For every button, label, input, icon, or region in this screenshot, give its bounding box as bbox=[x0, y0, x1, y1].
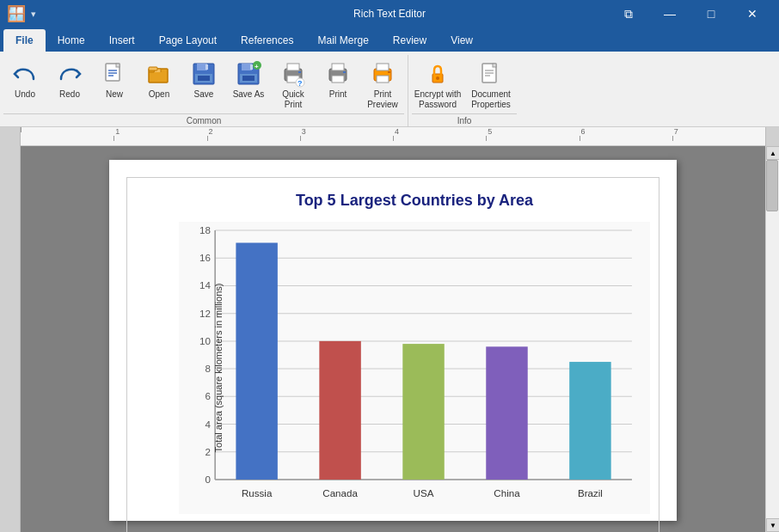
svg-text:16: 16 bbox=[199, 253, 211, 263]
quick-access: ▾ bbox=[31, 9, 36, 20]
maximize-button[interactable]: □ bbox=[691, 0, 731, 28]
svg-text:18: 18 bbox=[199, 225, 211, 235]
printpreview-label: Print Preview bbox=[363, 89, 402, 110]
svg-text:Russia: Russia bbox=[242, 488, 273, 498]
tab-view[interactable]: View bbox=[439, 29, 485, 52]
tab-references[interactable]: References bbox=[229, 29, 305, 52]
svg-rect-62 bbox=[236, 243, 277, 480]
svg-text:10: 10 bbox=[199, 336, 211, 346]
svg-rect-9 bbox=[205, 64, 208, 70]
svg-rect-66 bbox=[402, 344, 444, 480]
svg-rect-22 bbox=[298, 71, 301, 73]
svg-text:0: 0 bbox=[205, 474, 210, 485]
tab-mailmerge[interactable]: Mail Merge bbox=[305, 29, 380, 52]
title-bar: 🪟 ▾ Rich Text Editor ⧉ — □ ✕ bbox=[0, 0, 779, 28]
svg-rect-31 bbox=[377, 76, 389, 83]
scroll-down-button[interactable]: ▼ bbox=[766, 518, 779, 532]
new-label: New bbox=[106, 89, 123, 100]
restore-button[interactable]: ⧉ bbox=[609, 0, 648, 28]
svg-rect-68 bbox=[486, 346, 527, 480]
svg-text:?: ? bbox=[297, 79, 303, 88]
svg-rect-36 bbox=[493, 64, 496, 67]
svg-rect-6 bbox=[149, 67, 157, 70]
save-button[interactable]: Save bbox=[182, 58, 225, 110]
open-button[interactable]: Open bbox=[138, 58, 181, 110]
info-group-label: Info bbox=[412, 113, 517, 127]
redo-label: Redo bbox=[59, 89, 80, 100]
ribbon-tabs: File Home Insert Page Layout References … bbox=[0, 28, 779, 52]
svg-text:USA: USA bbox=[414, 488, 434, 498]
svg-point-34 bbox=[436, 76, 439, 80]
svg-text:14: 14 bbox=[199, 281, 211, 291]
y-axis-label: Total area (square kilometers in million… bbox=[213, 284, 224, 453]
scroll-track[interactable] bbox=[766, 160, 779, 518]
svg-text:8: 8 bbox=[205, 364, 210, 374]
svg-rect-20 bbox=[287, 64, 299, 70]
ruler-right bbox=[765, 127, 779, 146]
print-icon bbox=[324, 60, 352, 88]
saveas-button[interactable]: + Save As bbox=[227, 58, 270, 110]
new-button[interactable]: New bbox=[93, 58, 136, 110]
chart-title: Top 5 Largest Countries by Area bbox=[179, 192, 650, 210]
scroll-up-button[interactable]: ▲ bbox=[766, 146, 779, 160]
chart-area: Total area (square kilometers in million… bbox=[179, 222, 650, 514]
main-area: Top 5 Largest Countries by Area Total ar… bbox=[0, 146, 779, 532]
ribbon-group-info: Encrypt with Password Document Propertie… bbox=[408, 55, 520, 126]
tab-file[interactable]: File bbox=[3, 29, 46, 52]
chart-svg: 024681012141618RussiaCanadaUSAChinaBrazi… bbox=[179, 222, 650, 514]
print-button[interactable]: Print bbox=[316, 58, 359, 110]
content-area: Top 5 Largest Countries by Area Total ar… bbox=[21, 146, 765, 532]
redo-button[interactable]: Redo bbox=[48, 58, 91, 110]
docprops-icon bbox=[477, 60, 505, 88]
common-group-label: Common bbox=[3, 113, 404, 127]
svg-text:4: 4 bbox=[205, 419, 210, 430]
saveas-icon: + bbox=[235, 60, 262, 88]
side-ruler bbox=[0, 146, 21, 532]
svg-rect-11 bbox=[198, 76, 210, 81]
new-icon bbox=[101, 60, 128, 88]
svg-text:China: China bbox=[494, 488, 520, 498]
tab-review[interactable]: Review bbox=[381, 29, 439, 52]
quickprint-label: Quick Print bbox=[273, 89, 313, 110]
scrollbar-vertical[interactable]: ▲ ▼ bbox=[765, 146, 779, 532]
tab-pagelayout[interactable]: Page Layout bbox=[147, 29, 229, 52]
window-controls: ⧉ — □ ✕ bbox=[609, 0, 772, 28]
quickprint-button[interactable]: ? Quick Print bbox=[272, 58, 315, 112]
encrypt-label: Encrypt with Password bbox=[414, 89, 462, 110]
chart-container: Top 5 Largest Countries by Area Total ar… bbox=[126, 177, 659, 532]
svg-rect-28 bbox=[343, 71, 346, 73]
docprops-label: Document Properties bbox=[467, 89, 515, 110]
svg-rect-32 bbox=[388, 71, 390, 73]
svg-text:Canada: Canada bbox=[322, 488, 358, 498]
tab-home[interactable]: Home bbox=[46, 29, 97, 52]
minimize-button[interactable]: — bbox=[650, 0, 690, 28]
svg-text:6: 6 bbox=[205, 392, 210, 402]
info-buttons: Encrypt with Password Document Propertie… bbox=[412, 55, 517, 112]
svg-rect-64 bbox=[319, 341, 360, 480]
redo-icon bbox=[56, 60, 83, 88]
common-buttons: Undo Redo New Open bbox=[3, 55, 404, 112]
app-title: Rich Text Editor bbox=[353, 8, 426, 20]
save-icon bbox=[190, 60, 218, 88]
svg-rect-70 bbox=[569, 362, 610, 480]
tab-insert[interactable]: Insert bbox=[97, 29, 147, 52]
svg-rect-26 bbox=[332, 64, 344, 70]
ruler-body: 1 2 3 4 5 6 7 8 bbox=[21, 127, 765, 145]
svg-text:2: 2 bbox=[205, 447, 210, 457]
ribbon-group-common: Undo Redo New Open bbox=[0, 55, 408, 126]
quickprint-icon: ? bbox=[279, 60, 307, 88]
scroll-thumb[interactable] bbox=[766, 160, 778, 211]
printpreview-button[interactable]: Print Preview bbox=[361, 58, 404, 112]
ruler-corner bbox=[0, 127, 21, 146]
open-label: Open bbox=[149, 89, 169, 100]
docprops-button[interactable]: Document Properties bbox=[465, 58, 517, 112]
svg-rect-14 bbox=[250, 64, 253, 70]
close-button[interactable]: ✕ bbox=[733, 0, 772, 28]
print-label: Print bbox=[329, 89, 347, 100]
encrypt-button[interactable]: Encrypt with Password bbox=[412, 58, 463, 112]
svg-text:Brazil: Brazil bbox=[578, 488, 603, 498]
undo-icon bbox=[11, 60, 39, 88]
undo-label: Undo bbox=[15, 89, 35, 100]
undo-button[interactable]: Undo bbox=[3, 58, 46, 110]
svg-rect-30 bbox=[377, 64, 389, 70]
